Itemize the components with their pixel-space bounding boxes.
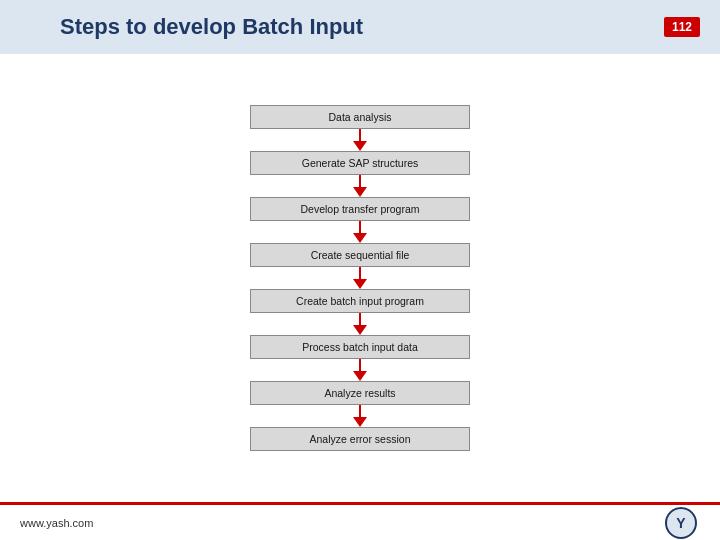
arrow-head (353, 233, 367, 243)
footer-url: www.yash.com (20, 517, 93, 529)
arrow-line (359, 221, 361, 233)
arrow-head (353, 325, 367, 335)
company-logo: Y (662, 509, 700, 537)
flow-arrow-3 (353, 221, 367, 243)
slide-header: Steps to develop Batch Input 112 (0, 0, 720, 54)
flow-step-1: Data analysis (250, 105, 470, 129)
slide-title: Steps to develop Batch Input (60, 14, 363, 40)
arrow-head (353, 279, 367, 289)
arrow-line (359, 405, 361, 417)
flowchart: Data analysisGenerate SAP structuresDeve… (250, 105, 470, 451)
flow-arrow-7 (353, 405, 367, 427)
flow-arrow-2 (353, 175, 367, 197)
arrow-line (359, 313, 361, 325)
slide-number-badge: 112 (664, 17, 700, 37)
slide-content: Data analysisGenerate SAP structuresDeve… (0, 54, 720, 502)
flow-step-5: Create batch input program (250, 289, 470, 313)
arrow-head (353, 371, 367, 381)
arrow-head (353, 187, 367, 197)
logo-circle: Y (665, 507, 697, 539)
arrow-line (359, 359, 361, 371)
flow-step-2: Generate SAP structures (250, 151, 470, 175)
arrow-line (359, 267, 361, 279)
flow-step-4: Create sequential file (250, 243, 470, 267)
flow-arrow-5 (353, 313, 367, 335)
flow-step-7: Analyze results (250, 381, 470, 405)
slide: Steps to develop Batch Input 112 Data an… (0, 0, 720, 540)
flow-step-3: Develop transfer program (250, 197, 470, 221)
arrow-line (359, 175, 361, 187)
flow-arrow-1 (353, 129, 367, 151)
arrow-line (359, 129, 361, 141)
flow-step-8: Analyze error session (250, 427, 470, 451)
flow-arrow-6 (353, 359, 367, 381)
arrow-head (353, 141, 367, 151)
arrow-head (353, 417, 367, 427)
flow-arrow-4 (353, 267, 367, 289)
flow-step-6: Process batch input data (250, 335, 470, 359)
slide-footer: www.yash.com Y (0, 502, 720, 540)
